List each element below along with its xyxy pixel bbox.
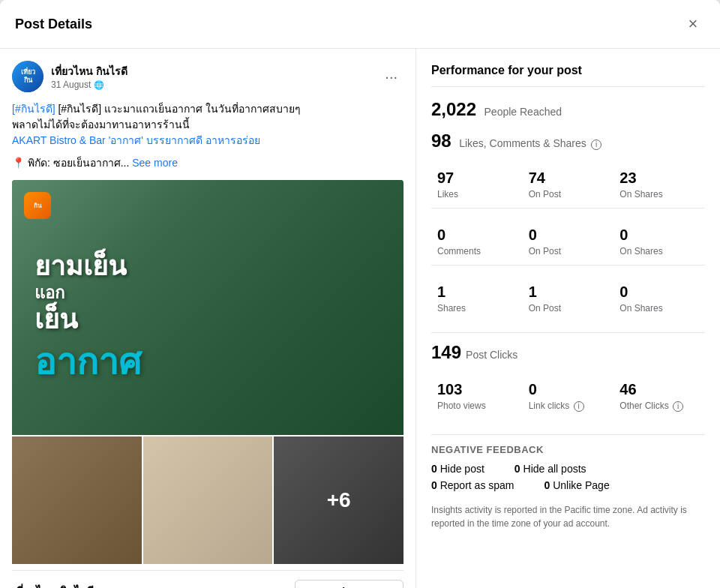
divider-1 <box>431 332 705 333</box>
pin-text: 📍 พิกัด: ซอยเย็นอากาศ... See more <box>12 154 404 171</box>
link-clicks-info-icon[interactable]: i <box>574 401 584 412</box>
comments-grid: 0 Comments 0 On Post 0 On Shares <box>431 219 705 266</box>
neg-row-2: 0 Report as spam 0 Unlike Page <box>431 479 705 491</box>
modal-header: Post Details × <box>0 0 720 49</box>
modal-title: Post Details <box>15 16 92 32</box>
likes-info-icon[interactable]: i <box>591 140 602 150</box>
people-reached-metric: 2,022 People Reached <box>431 99 705 120</box>
post-text: [#กินไรดี] [#กินไรดี] แวะมาแถวเย็นอากาศ … <box>12 101 404 148</box>
modal-body: เที่ยวกิน เที่ยวไหน กินไรดี 31 August 🌐 … <box>0 49 720 588</box>
post-clicks-metric: 149 Post Clicks <box>431 342 705 363</box>
likes-comments-number: 98 <box>431 130 452 151</box>
avatar: เที่ยวกิน <box>12 61 44 92</box>
see-more-link[interactable]: See more <box>132 157 178 169</box>
post-main-image: กิน ยามเย็น แอก เย็น อากาศ <box>12 180 404 435</box>
close-button[interactable]: × <box>681 12 705 36</box>
people-reached-number: 2,022 <box>431 99 476 119</box>
comments-on-shares-cell: 0 On Shares <box>614 219 705 266</box>
left-panel: เที่ยวกิน เที่ยวไหน กินไรดี 31 August 🌐 … <box>0 49 416 588</box>
hashtag: [#กินไรดี] <box>12 103 56 115</box>
unlike-page-metric: 0 Unlike Page <box>544 479 610 491</box>
clicks-grid: 103 Photo views 0 Link clicks i 46 Other… <box>431 374 705 419</box>
comments-on-post-cell: 0 On Post <box>523 219 614 266</box>
panel-title: Performance for your post <box>431 64 705 87</box>
more-options-button[interactable]: ··· <box>379 65 404 88</box>
hide-post-metric: 0 Hide post <box>431 463 484 475</box>
neg-row-1: 0 Hide post 0 Hide all posts <box>431 463 705 475</box>
author-info: เที่ยวไหน กินไรดี 31 August 🌐 <box>51 63 128 90</box>
page-name: เที่ยวไหน กินไรดี <box>12 583 94 588</box>
post-clicks-label: Post Clicks <box>466 349 518 361</box>
post-details-modal: Post Details × เที่ยวกิน เที่ยวไหน กินไร… <box>0 0 720 588</box>
shares-cell: 1 Shares <box>431 276 523 322</box>
likes-cell: 97 Likes <box>431 162 523 208</box>
likes-comments-metric: 98 Likes, Comments & Shares i <box>431 130 705 152</box>
post-thumbnails: +6 <box>12 436 404 564</box>
post-author: เที่ยวกิน เที่ยวไหน กินไรดี 31 August 🌐 <box>12 61 128 92</box>
author-name: เที่ยวไหน กินไรดี <box>51 63 128 80</box>
negative-feedback-section: NEGATIVE FEEDBACK 0 Hide post 0 Hide all… <box>431 444 705 491</box>
thumbnail-count: +6 <box>327 488 351 512</box>
likes-on-post-cell: 74 On Post <box>523 162 614 208</box>
post-date: 31 August 🌐 <box>51 80 128 90</box>
right-panel: Performance for your post 2,022 People R… <box>416 49 720 588</box>
thumbnail-3: +6 <box>274 436 404 564</box>
globe-icon: 🌐 <box>94 80 104 90</box>
likes-comments-label: Likes, Comments & Shares <box>459 137 586 149</box>
likes-grid: 97 Likes 74 On Post 23 On Shares <box>431 162 705 208</box>
people-reached-label: People Reached <box>484 106 562 118</box>
other-clicks-cell: 46 Other Clicks i <box>614 374 705 419</box>
image-overlay: ยามเย็น แอก เย็น อากาศ <box>34 253 141 390</box>
neg-feedback-title: NEGATIVE FEEDBACK <box>431 444 705 455</box>
other-clicks-info-icon[interactable]: i <box>673 401 683 412</box>
likes-on-shares-cell: 23 On Shares <box>614 162 705 208</box>
post-footer: เที่ยวไหน กินไรดี ✉ Send Message <box>12 570 404 588</box>
shares-on-shares-cell: 0 On Shares <box>614 276 705 322</box>
thumbnail-1 <box>12 436 142 564</box>
thumbnail-2 <box>143 436 273 564</box>
send-message-button[interactable]: ✉ Send Message <box>295 580 404 588</box>
comments-cell: 0 Comments <box>431 219 523 266</box>
hide-all-posts-metric: 0 Hide all posts <box>514 463 586 475</box>
divider-2 <box>431 434 705 435</box>
insights-note: Insights activity is reported in the Pac… <box>431 503 705 530</box>
shares-on-post-cell: 1 On Post <box>523 276 614 322</box>
post-link[interactable]: AKART Bistro & Bar 'อากาศ' บรรยากาศดี อา… <box>12 134 260 146</box>
post-clicks-number: 149 <box>431 342 461 363</box>
link-clicks-cell: 0 Link clicks i <box>523 374 614 419</box>
small-logo: กิน <box>24 192 51 219</box>
photo-views-cell: 103 Photo views <box>431 374 523 419</box>
post-header: เที่ยวกิน เที่ยวไหน กินไรดี 31 August 🌐 … <box>12 61 404 92</box>
report-spam-metric: 0 Report as spam <box>431 479 514 491</box>
shares-grid: 1 Shares 1 On Post 0 On Shares <box>431 276 705 322</box>
